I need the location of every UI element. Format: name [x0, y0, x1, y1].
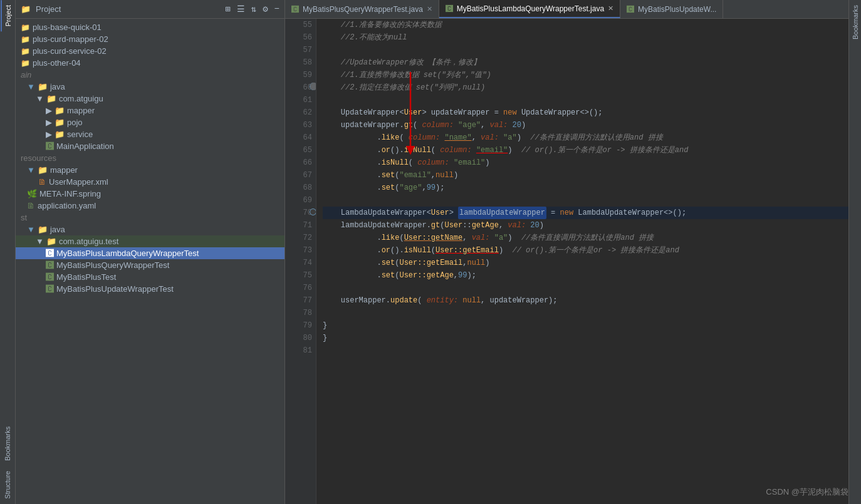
test-class-icon: 🅲 — [46, 260, 54, 270]
tree-item-main-application[interactable]: 🅲 MainApplication — [16, 140, 284, 152]
grid-icon[interactable]: ⊞ — [225, 4, 230, 14]
sort-icon[interactable]: ⇅ — [251, 4, 256, 14]
tree-item-java-test[interactable]: ▼ 📁 java — [16, 224, 284, 235]
test-class-icon: 🅲 — [46, 249, 54, 258]
code-line-62: UpdateWrapper<User> updateWrapper = new … — [323, 106, 848, 119]
file-tree: 📁 plus-base-quick-01 📁 plus-curd-mapper-… — [16, 19, 284, 504]
tree-item-update-test[interactable]: 🅲 MyBatisPlusUpdateWrapperTest — [16, 283, 284, 295]
code-line-78 — [323, 307, 848, 319]
tab-update-wrapper[interactable]: 🅲 MyBatisPlusUpdateW... — [620, 0, 723, 18]
sidebar-toolbar: ⊞ ☰ ⇅ ⚙ − — [225, 4, 279, 14]
code-line-79: } — [323, 319, 848, 332]
align-icon[interactable]: ☰ — [237, 4, 245, 14]
tab-label: MyBatisPlusLambdaQueryWrapperTest.java — [457, 4, 604, 13]
java-file-icon: 🅲 — [627, 5, 634, 14]
editor-area: 🅲 MyBatisPlusQueryWrapperTest.java ✕ 🅲 M… — [285, 0, 848, 504]
tree-item-com-atguigu-test[interactable]: ▼ 📁 com.atguigu.test — [16, 235, 284, 247]
project-tab[interactable]: Project — [1, 0, 14, 31]
code-line-58: //UpdateWrapper修改 【条件，修改】 — [323, 56, 848, 69]
folder-icon: 📁 — [55, 130, 65, 139]
folder-icon: ▼ — [27, 165, 35, 175]
tree-item-mapper[interactable]: ▶ 📁 mapper — [16, 105, 284, 116]
tree-section-ain: ain — [16, 69, 284, 81]
tree-item-java[interactable]: ▼ 📁 java — [16, 81, 284, 93]
right-panel-tabs: Bookmarks — [848, 0, 861, 504]
tree-item-plus-base[interactable]: 📁 plus-base-quick-01 — [16, 21, 284, 33]
code-line-57 — [323, 44, 848, 56]
tree-item-mybatis-test[interactable]: 🅲 MyBatisPlusTest — [16, 271, 284, 283]
code-editor: 55 56 57 58 59 60 ⬤ 61 62 63 64 65 66 67… — [285, 19, 848, 504]
tree-item-service[interactable]: ▶ 📁 service — [16, 128, 284, 140]
tree-item-usermapper-xml[interactable]: 🗎 UserMapper.xml — [16, 176, 284, 188]
code-line-56: //2.不能改为null — [323, 31, 848, 44]
folder-icon: 📁 — [46, 237, 56, 246]
line-numbers-gutter: 55 56 57 58 59 60 ⬤ 61 62 63 64 65 66 67… — [285, 19, 316, 504]
code-line-70: LambdaUpdateWrapper<User> lambdaUpdateWr… — [323, 207, 848, 219]
expand-icon: ▶ — [46, 130, 52, 139]
sidebar: 📁 Project ⊞ ☰ ⇅ ⚙ − 📁 plus-base-quick-01… — [16, 0, 285, 504]
spring-icon: 🌿 — [27, 189, 37, 198]
minus-icon[interactable]: − — [274, 4, 279, 14]
test-class-icon: 🅲 — [46, 272, 54, 282]
tree-section-st: st — [16, 212, 284, 224]
java-file-icon: 🅲 — [291, 5, 299, 14]
code-line-77: userMapper.update( entity: null, updateW… — [323, 294, 848, 307]
tab-bar: 🅲 MyBatisPlusQueryWrapperTest.java ✕ 🅲 M… — [285, 0, 848, 19]
sidebar-header: 📁 Project ⊞ ☰ ⇅ ⚙ − — [16, 0, 284, 19]
tree-item-plus-curd-mapper[interactable]: 📁 plus-curd-mapper-02 — [16, 33, 284, 45]
tab-query-wrapper[interactable]: 🅲 MyBatisPlusQueryWrapperTest.java ✕ — [285, 0, 439, 18]
tree-item-pojo[interactable]: ▶ 📁 pojo — [16, 116, 284, 128]
folder-icon: 📁 — [38, 225, 48, 234]
expand-icon: ▶ — [46, 106, 52, 115]
watermark: CSDN @芋泥肉松脑袋 — [766, 486, 848, 498]
java-file-icon: 🅲 — [446, 4, 453, 13]
folder-icon: 📁 — [38, 82, 48, 91]
code-line-69 — [323, 194, 848, 207]
folder-icon: 📁 — [21, 23, 30, 32]
tree-item-application-yaml[interactable]: 🗎 application.yaml — [16, 200, 284, 212]
settings-icon[interactable]: ⚙ — [263, 4, 268, 14]
tree-item-plus-curd-service[interactable]: 📁 plus-curd-service-02 — [16, 45, 284, 57]
tree-item-com-atguigu[interactable]: ▼ 📁 com.atguigu — [16, 93, 284, 105]
code-line-68: .set("age",99); — [323, 182, 848, 194]
folder-icon: 📁 — [21, 47, 30, 56]
test-class-icon: 🅲 — [46, 284, 54, 294]
gutter-circle: ⬤ — [310, 83, 316, 90]
tree-section-resources: resources — [16, 152, 284, 164]
code-line-76 — [323, 282, 848, 294]
tree-item-mapper-res[interactable]: ▼ 📁 mapper — [16, 164, 284, 176]
code-line-73: .or().isNull(User::getEmail) // or().第一个… — [323, 244, 848, 257]
code-line-66: .isNull( column: "email") — [323, 157, 848, 169]
expand-icon: ▶ — [46, 118, 52, 127]
code-line-65: .or().isNull( column: "email") // or().第… — [323, 144, 848, 157]
folder-icon: 📁 — [21, 59, 30, 68]
expand-icon: ▼ — [36, 94, 44, 103]
bookmarks-tab[interactable]: Bookmarks — [1, 421, 14, 466]
tree-item-lambda-test[interactable]: 🅲 MyBatisPlusLambdaQueryWrapperTest — [16, 247, 284, 259]
java-class-icon: 🅲 — [46, 141, 54, 151]
close-tab-icon[interactable]: ✕ — [427, 5, 432, 13]
code-content: //1.准备要修改的实体类数据 //2.不能改为null //UpdateWra… — [316, 19, 848, 504]
tree-item-meta-inf[interactable]: 🌿 META-INF.spring — [16, 188, 284, 200]
xml-icon: 🗎 — [38, 177, 46, 187]
expand-icon: ▼ — [36, 237, 44, 246]
tree-item-query-test[interactable]: 🅲 MyBatisPlusQueryWrapperTest — [16, 259, 284, 271]
folder-icon: ▼ — [27, 82, 35, 91]
tree-item-plus-other[interactable]: 📁 plus-other-04 — [16, 57, 284, 69]
folder-icon: 📁 — [55, 118, 65, 127]
folder-icon: 📁 — [38, 165, 48, 175]
folder-icon: ▼ — [27, 225, 35, 234]
gutter-circle-70 — [310, 208, 316, 215]
project-title: Project — [36, 4, 61, 14]
code-line-64: .like( column: "name", val: "a") //条件直接调… — [323, 131, 848, 144]
bookmarks-right-tab[interactable]: Bookmarks — [850, 0, 861, 44]
code-line-63: updateWrapper.gt( column: "age", val: 20… — [323, 119, 848, 131]
yaml-icon: 🗎 — [27, 201, 35, 210]
close-tab-icon[interactable]: ✕ — [608, 4, 613, 13]
structure-tab[interactable]: Structure — [1, 466, 14, 504]
tab-lambda-query[interactable]: 🅲 MyBatisPlusLambdaQueryWrapperTest.java… — [439, 0, 620, 18]
code-line-60: //2.指定任意修改值 set("列明",null) — [323, 81, 848, 94]
code-line-61 — [323, 94, 848, 106]
code-line-80: } — [323, 332, 848, 344]
folder-icon: 📁 — [21, 35, 30, 44]
